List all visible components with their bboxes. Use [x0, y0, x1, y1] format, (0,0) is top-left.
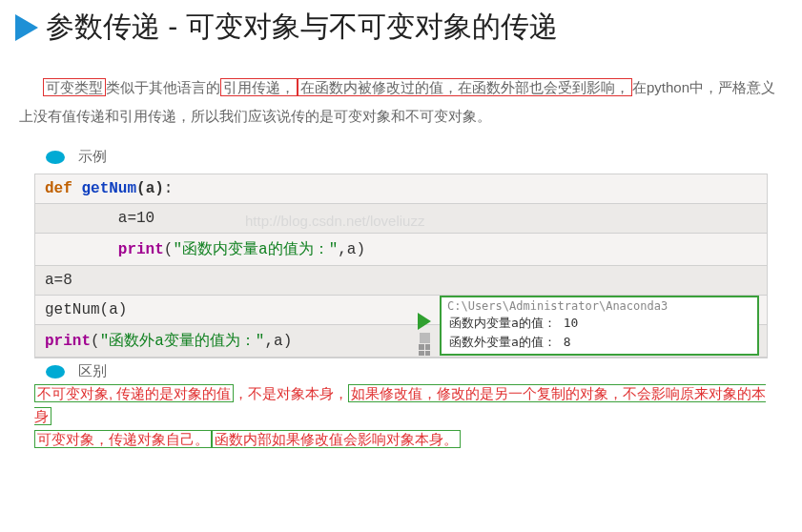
- example-heading: 示例: [15, 148, 787, 166]
- diff-immutable-a: 不可变对象, 传递的是对象的值: [34, 384, 234, 402]
- intro-paragraph: 可变类型类似于其他语言的引用传递，在函数内被修改过的值，在函数外部也会受到影响，…: [19, 73, 787, 131]
- stop-icon[interactable]: [420, 333, 430, 343]
- code-line-4: a=8: [35, 266, 767, 296]
- difference-section: 不可变对象, 传递的是对象的值，不是对象本身，如果修改值，修改的是另一个复制的对…: [34, 382, 768, 451]
- page-title: 参数传递 - 可变对象与不可变对象的传递: [46, 8, 558, 47]
- code-line-3: print("函数内变量a的值为：",a): [35, 234, 767, 266]
- bullet-icon: [46, 365, 65, 379]
- difference-heading: 区别: [15, 362, 787, 380]
- highlight-mutable-type: 可变类型: [43, 78, 106, 96]
- difference-label: 区别: [78, 362, 107, 380]
- output-line-1: 函数内变量a的值： 10: [445, 314, 753, 333]
- output-path: C:\Users\Administrator\Anaconda3: [445, 299, 753, 313]
- output-line-2: 函数外变量a的值： 8: [445, 333, 753, 352]
- diff-mutable-a: 可变对象，传递对象自己。: [34, 430, 212, 448]
- highlight-reference-pass: 引用传递，: [220, 78, 298, 96]
- code-line-2: a=10: [35, 204, 767, 234]
- layout-icon[interactable]: [419, 344, 430, 356]
- triangle-icon: [15, 14, 38, 41]
- example-label: 示例: [78, 148, 107, 166]
- diff-mutable-b: 函数内部如果修改值会影响对象本身。: [212, 430, 461, 448]
- code-line-1: def getNum(a):: [35, 174, 767, 204]
- page-header: 参数传递 - 可变对象与不可变对象的传递: [15, 8, 787, 47]
- highlight-effect: 在函数内被修改过的值，在函数外部也会受到影响，: [298, 78, 632, 96]
- bullet-icon: [46, 151, 65, 164]
- code-block: http://blog.csdn.net/loveliuzz def getNu…: [34, 174, 768, 358]
- output-box: C:\Users\Administrator\Anaconda3 函数内变量a的…: [440, 296, 759, 356]
- ide-controls: [418, 313, 431, 356]
- play-icon[interactable]: [418, 313, 431, 330]
